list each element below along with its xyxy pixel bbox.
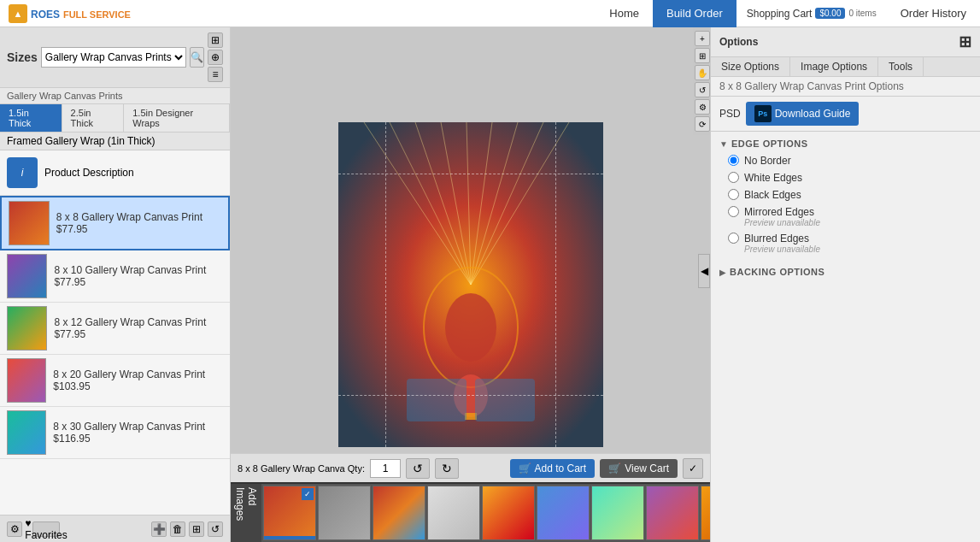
product-info-8x8: 8 x 8 Gallery Wrap Canvas Print $77.95 <box>56 211 221 235</box>
product-item-8x10[interactable]: 8 x 10 Gallery Wrap Canvas Print $77.95 <box>0 250 230 303</box>
view-cart-button[interactable]: 🛒 View Cart <box>600 459 678 478</box>
svg-point-12 <box>445 293 496 362</box>
product-thumb-8x10 <box>7 254 47 298</box>
mirrored-edges-radio[interactable] <box>728 206 739 217</box>
blurred-preview-unavail: Preview unavailable <box>744 244 820 254</box>
strip-image-4[interactable] <box>427 486 480 540</box>
check-button[interactable]: ✓ <box>683 458 703 479</box>
remove-image-btn[interactable]: 🗑 <box>170 521 185 537</box>
strip-image-7[interactable] <box>591 486 644 540</box>
tab-image-options[interactable]: Image Options <box>790 57 878 76</box>
psd-row: PSD Ps Download Guide <box>711 97 980 132</box>
quantity-input[interactable]: 1 <box>370 459 401 478</box>
tab-1-5in-thick[interactable]: 1.5in Thick <box>0 104 62 132</box>
product-description-row: i Product Description <box>0 150 230 196</box>
svg-rect-14 <box>465 413 477 420</box>
strip-image-3[interactable] <box>373 486 425 540</box>
refresh-tool[interactable]: ⟳ <box>695 116 710 132</box>
sizes-dropdown[interactable]: Gallery Wrap Canvas Prints <box>41 47 186 68</box>
mirrored-preview-unavail: Preview unavailable <box>744 218 820 227</box>
shopping-cart-button[interactable]: Shopping Cart $0.00 0 items <box>736 0 887 27</box>
product-item-8x8[interactable]: 8 x 8 Gallery Wrap Canvas Print $77.95 <box>0 196 230 250</box>
edge-option-white: White Edges <box>719 169 971 186</box>
product-info-8x12: 8 x 12 Gallery Wrap Canvas Print $77.95 <box>54 316 223 340</box>
backing-options-title: BACKING OPTIONS <box>730 267 824 277</box>
tab-size-options[interactable]: Size Options <box>711 57 790 76</box>
canvas-tools: + ⊞ ✋ ↺ ⚙ ⟳ <box>693 27 710 135</box>
cart-items: 0 items <box>848 9 876 18</box>
rotate-tool[interactable]: ↺ <box>695 82 710 97</box>
layers-btn[interactable]: ⊞ <box>189 521 204 537</box>
mirrored-edges-label[interactable]: Mirrored Edges <box>744 206 814 218</box>
right-panel-title: Options ⊞ <box>711 27 980 57</box>
black-edges-radio[interactable] <box>728 189 739 200</box>
product-options-title: 8 x 8 Gallery Wrap Canvas Print Options <box>711 77 980 97</box>
settings-icon-btn[interactable]: ⚙ <box>7 521 22 537</box>
product-info-8x20: 8 x 20 Gallery Wrap Canvas Print $103.95 <box>53 368 223 392</box>
home-button[interactable]: Home <box>596 0 653 27</box>
svg-rect-15 <box>407 379 467 421</box>
toolbar-icon-2[interactable]: ⊕ <box>208 50 223 65</box>
edge-option-no-border: No Border <box>719 152 971 169</box>
canvas-main-image[interactable]: Side Wrap Area Side Wrap Area Side Wrap … <box>338 122 603 447</box>
white-edges-label[interactable]: White Edges <box>744 172 802 184</box>
thickness-tabs: 1.5in Thick 2.5in Thick 1.5in Designer W… <box>0 104 230 133</box>
toolbar-icon-3[interactable]: ≡ <box>208 67 223 82</box>
toolbar-icon-1[interactable]: ⊞ <box>208 32 223 48</box>
strip-image-2[interactable] <box>318 486 371 540</box>
blurred-edges-label[interactable]: Blurred Edges <box>744 233 809 244</box>
download-guide-button[interactable]: Ps Download Guide <box>746 102 860 126</box>
strip-image-9[interactable] <box>701 486 710 540</box>
tab-tools[interactable]: Tools <box>878 57 924 76</box>
info-icon: i <box>7 157 38 188</box>
cart-icon: 🛒 <box>519 462 531 474</box>
strip-image-1[interactable]: ✓ <box>263 486 316 540</box>
strip-image-5[interactable] <box>482 486 535 540</box>
order-history-button[interactable]: Order History <box>887 0 980 27</box>
sidebar-bottom-toolbar: ⚙ ♥ Favorites ➕ 🗑 ⊞ ↺ <box>0 515 230 542</box>
strip-image-6[interactable] <box>537 486 590 540</box>
search-button[interactable]: 🔍 <box>190 47 204 68</box>
product-thumb-8x8 <box>9 201 50 245</box>
white-edges-radio[interactable] <box>728 172 739 183</box>
add-image-btn[interactable]: ➕ <box>151 521 167 537</box>
product-item-8x30[interactable]: 8 x 30 Gallery Wrap Canvas Print $116.95 <box>0 407 230 459</box>
product-item-8x12[interactable]: 8 x 12 Gallery Wrap Canvas Print $77.95 <box>0 303 230 355</box>
redo-button[interactable]: ↻ <box>435 458 459 479</box>
product-info-8x10: 8 x 10 Gallery Wrap Canvas Print $77.95 <box>54 264 223 288</box>
blurred-edges-radio[interactable] <box>728 233 739 244</box>
zoom-in-tool[interactable]: + <box>695 31 710 46</box>
no-border-radio[interactable] <box>728 155 739 166</box>
main-layout: Sizes Gallery Wrap Canvas Prints 🔍 ⊞ ⊕ ≡… <box>0 27 980 542</box>
qty-label: 8 x 8 Gallery Wrap Canva Qty: <box>238 463 365 474</box>
breadcrumb: Gallery Wrap Canvas Prints <box>0 88 230 104</box>
logo-area: ▲ ROES FULL SERVICE <box>0 4 139 23</box>
fit-tool[interactable]: ⊞ <box>695 48 710 63</box>
backing-options-section: ▶ BACKING OPTIONS <box>711 260 980 284</box>
edge-option-mirrored: Mirrored Edges Preview unavailable <box>719 203 971 230</box>
refresh-btn[interactable]: ↺ <box>208 521 223 537</box>
pan-tool[interactable]: ✋ <box>695 65 710 80</box>
tab-designer-wraps[interactable]: 1.5in Designer Wraps <box>124 104 230 132</box>
right-tabs: Size Options Image Options Tools <box>711 57 980 77</box>
framed-label: Framed Gallery Wrap (1in Thick) <box>0 133 230 150</box>
no-border-label[interactable]: No Border <box>744 155 791 167</box>
build-order-button[interactable]: Build Order <box>653 0 736 27</box>
add-to-cart-button[interactable]: 🛒 Add to Cart <box>510 459 596 478</box>
backing-options-header[interactable]: ▶ BACKING OPTIONS <box>719 263 971 280</box>
edge-options-header[interactable]: ▼ EDGE OPTIONS <box>719 135 971 152</box>
undo-button[interactable]: ↺ <box>406 458 430 479</box>
favorites-icon-btn[interactable]: ♥ Favorites <box>32 521 60 537</box>
bottom-right-icons: ➕ 🗑 ⊞ ↺ <box>151 521 223 537</box>
add-images-label: Add Images <box>231 484 261 542</box>
strip-image-8[interactable] <box>646 486 699 540</box>
expand-icon[interactable]: ⊞ <box>959 32 971 51</box>
collapse-panel-arrow[interactable]: ◀ <box>698 254 710 288</box>
tab-2-5in-thick[interactable]: 2.5in Thick <box>62 104 125 132</box>
sizes-label: Sizes <box>7 50 38 64</box>
black-edges-label[interactable]: Black Edges <box>744 189 801 201</box>
product-item-8x20[interactable]: 8 x 20 Gallery Wrap Canvas Print $103.95 <box>0 355 230 407</box>
settings-tool[interactable]: ⚙ <box>695 99 710 115</box>
canvas-wrap: Side Wrap Area Side Wrap Area Side Wrap … <box>338 122 603 447</box>
selected-check: ✓ <box>302 488 314 500</box>
